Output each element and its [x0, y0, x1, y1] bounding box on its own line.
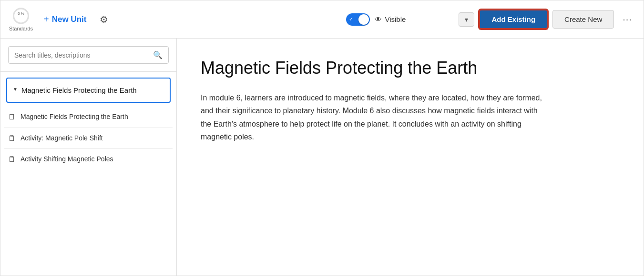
list-item[interactable]: 🗒 Activity: Magnetic Pole Shift [4, 128, 173, 149]
standards-percent-text: 0 % [18, 11, 24, 16]
visible-text: Visible [385, 15, 406, 23]
lesson-doc-icon: 🗒 [8, 134, 16, 143]
content-title: Magnetic Fields Protecting the Earth [201, 58, 620, 78]
search-container: 🔍 [0, 39, 176, 72]
plus-icon: + [43, 14, 49, 25]
lesson-doc-icon: 🗒 [8, 113, 16, 121]
sidebar-scroll[interactable]: ▼ Magnetic Fields Protecting the Earth 🗒… [0, 72, 176, 276]
new-unit-label: New Unit [52, 15, 87, 24]
app-container: 0 % Standards + New Unit ⚙ 👁 Visible [0, 0, 644, 276]
unit-item[interactable]: ▼ Magnetic Fields Protecting the Earth [6, 78, 171, 103]
eye-icon: 👁 [375, 15, 382, 23]
toggle-container: 👁 Visible [346, 13, 406, 26]
lesson-doc-icon: 🗒 [8, 155, 16, 164]
top-toolbar: 0 % Standards + New Unit ⚙ 👁 Visible [0, 0, 644, 39]
new-unit-button[interactable]: + New Unit [41, 10, 88, 29]
content-description: In module 6, learners are introduced to … [201, 91, 544, 143]
lesson-title: Magnetic Fields Protecting the Earth [20, 112, 128, 122]
toolbar-visibility-section: 👁 Visible [346, 13, 406, 26]
lesson-items: 🗒 Magnetic Fields Protecting the Earth 🗒… [0, 107, 176, 170]
lesson-title: Activity Shifting Magnetic Poles [20, 155, 113, 164]
search-icon[interactable]: 🔍 [153, 50, 163, 59]
unit-chevron-icon: ▼ [13, 87, 18, 92]
sidebar: 🔍 ▼ Magnetic Fields Protecting the Earth… [0, 39, 177, 276]
toolbar-right: ▾ Add Existing Create New ··· [459, 10, 636, 29]
list-item[interactable]: 🗒 Magnetic Fields Protecting the Earth [4, 107, 173, 128]
standards-circle: 0 % Standards [8, 7, 34, 32]
dropdown-arrow-button[interactable]: ▾ [459, 12, 474, 27]
search-input-wrapper: 🔍 [8, 46, 169, 64]
visible-label: 👁 Visible [375, 15, 406, 23]
svg-point-0 [13, 8, 28, 23]
main-content: 🔍 ▼ Magnetic Fields Protecting the Earth… [0, 39, 644, 276]
visibility-toggle[interactable] [346, 13, 370, 26]
toggle-knob [358, 14, 369, 25]
create-new-button[interactable]: Create New [552, 10, 614, 29]
content-area: Magnetic Fields Protecting the Earth In … [177, 39, 644, 276]
lesson-title: Activity: Magnetic Pole Shift [20, 134, 103, 143]
standards-label: Standards [9, 26, 33, 32]
add-existing-button[interactable]: Add Existing [479, 10, 548, 29]
unit-title: Magnetic Fields Protecting the Earth [21, 85, 137, 95]
toolbar-left: 0 % Standards + New Unit ⚙ [8, 7, 112, 32]
more-options-button[interactable]: ··· [619, 10, 636, 29]
search-input[interactable] [14, 51, 153, 59]
standards-arc-svg: 0 % [9, 7, 33, 25]
settings-button[interactable]: ⚙ [96, 10, 112, 29]
list-item[interactable]: 🗒 Activity Shifting Magnetic Poles [4, 149, 173, 170]
